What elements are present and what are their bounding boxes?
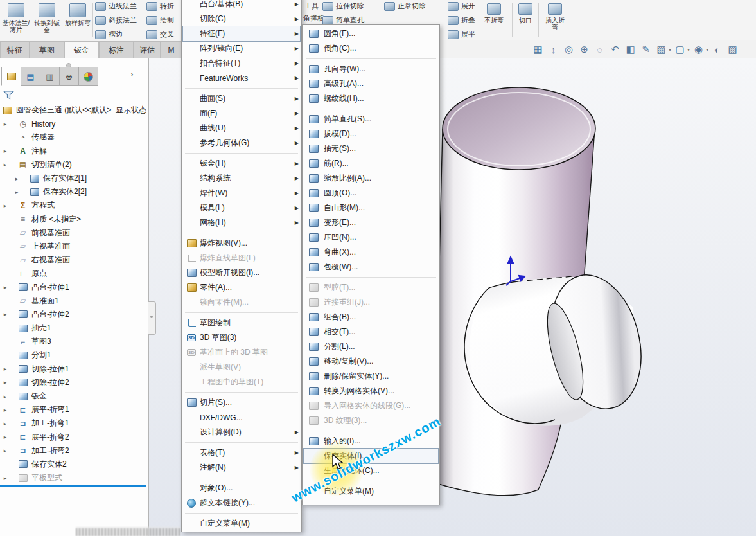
features-submenu-item-包覆(W)...[interactable]: 包覆(W)... (304, 260, 438, 274)
expand-arrow-icon[interactable]: ▸ (1, 311, 9, 317)
annotation-icon[interactable]: ✎ (638, 42, 653, 57)
features-submenu-item-简单直孔(S)...[interactable]: 简单直孔(S)... (304, 112, 438, 127)
insert-menu-item-参考几何体(G)[interactable]: 参考几何体(G)▶ (183, 136, 300, 150)
tree-item-保存实体2[interactable]: 保存实体2 (0, 458, 148, 471)
previous-view-icon[interactable]: ↶ (608, 42, 622, 57)
insert-menu-item-钣金(H)[interactable]: 钣金(H)▶ (183, 156, 300, 171)
tab-草图[interactable]: 草图 (30, 41, 64, 58)
panel-collapse-handle[interactable] (148, 301, 156, 335)
ribbon-button-绘制[interactable]: 绘制 (146, 15, 180, 25)
extruded-cut-button[interactable]: 拉伸切除 (322, 1, 364, 11)
tree-item-切割清单(2)[interactable]: ▸▤切割清单(2) (0, 158, 148, 172)
ribbon-button-斜接法兰[interactable]: 斜接法兰 (95, 15, 137, 25)
tree-item-切除-拉伸2[interactable]: ▸切除-拉伸2 (0, 376, 148, 389)
ribbon-button-转折[interactable]: 转折 (146, 1, 180, 11)
insert-menu-item-结构系统[interactable]: 结构系统▶ (183, 171, 300, 186)
insert-menu-item-爆炸视图(V)...[interactable]: 爆炸视图(V)... (183, 236, 300, 251)
insert-menu-item-切除(C)[interactable]: 切除(C)▶ (183, 12, 300, 26)
expand-arrow-icon[interactable]: ▸ (1, 407, 9, 413)
tab-特征[interactable]: 特征 (0, 41, 30, 58)
expand-arrow-icon[interactable]: ▸ (1, 379, 9, 386)
expand-arrow-icon[interactable]: ▸ (1, 434, 9, 440)
panel-tabs-overflow[interactable]: › (130, 69, 134, 79)
tab-评估[interactable]: 评估 (134, 41, 161, 58)
insert-menu-item-超文本链接(Y)...[interactable]: 超文本链接(Y)... (183, 496, 300, 510)
tree-item-方程式[interactable]: ▸Σ方程式 (0, 199, 148, 212)
tree-item-凸台-拉伸2[interactable]: ▸凸台-拉伸2 (0, 308, 148, 321)
features-submenu-item-螺纹线(H)...[interactable]: 螺纹线(H)... (304, 91, 438, 106)
measure-icon[interactable]: ◎ (561, 42, 576, 57)
features-submenu-item-变形(E)...[interactable]: 变形(E)... (304, 215, 438, 230)
panel-tab-part[interactable] (1, 67, 21, 86)
tree-item-凸台-拉伸1[interactable]: ▸凸台-拉伸1 (0, 280, 148, 294)
dropdown-caret-icon[interactable]: ▾ (669, 47, 671, 53)
features-submenu-item-圆顶(O)...[interactable]: 圆顶(O)... (304, 186, 438, 201)
tree-item-抽壳1[interactable]: 抽壳1 (0, 321, 148, 335)
tree-item-加工-折弯1[interactable]: ▸⊐加工-折弯1 (0, 416, 148, 430)
ribbon-button-边线法兰[interactable]: 边线法兰 (95, 1, 137, 11)
base-flange-button[interactable]: 基体法兰/薄片 (1, 1, 31, 39)
simple-hole-button[interactable]: 简单直孔 (322, 15, 364, 25)
features-submenu-item-删除/保留实体(Y)...[interactable]: 删除/保留实体(Y)... (304, 369, 438, 384)
features-submenu-item-倒角(C)...[interactable]: 倒角(C)... (304, 41, 438, 56)
insert-menu-item-特征(F)[interactable]: 特征(F)▶ (183, 26, 300, 41)
features-submenu-item-弯曲(X)...[interactable]: 弯曲(X)... (304, 245, 438, 260)
tree-item-展平-折弯2[interactable]: ▸⊏展平-折弯2 (0, 431, 148, 444)
expand-arrow-icon[interactable]: ▸ (1, 420, 9, 427)
insert-menu-item-草图绘制[interactable]: 草图绘制 (183, 316, 300, 330)
tab-M[interactable]: M (161, 41, 182, 58)
insert-menu-item-扣合特征(T)[interactable]: 扣合特征(T)▶ (183, 56, 300, 71)
insert-menu-item-设计算例(D)[interactable]: 设计算例(D)▶ (183, 425, 300, 440)
features-submenu-item-缩放比例(A)...[interactable]: 缩放比例(A)... (304, 171, 438, 186)
panel-tab-display-manager[interactable] (78, 67, 98, 86)
insert-menu-item-网格(H)[interactable]: 网格(H)▶ (183, 215, 300, 230)
insert-menu-item-3D 草图(3)[interactable]: 3D3D 草图(3) (183, 330, 300, 345)
tree-item-切除-拉伸1[interactable]: ▸切除-拉伸1 (0, 362, 148, 376)
insert-menu-item-阵列/镜向(E)[interactable]: 阵列/镜向(E)▶ (183, 41, 300, 56)
filter-icon[interactable] (3, 91, 14, 102)
insert-menu-item-对象(O)...[interactable]: 对象(O)... (183, 481, 300, 496)
insert-menu-item-注解(N)[interactable]: 注解(N)▶ (183, 460, 300, 475)
features-submenu-item-高级孔(A)...[interactable]: 高级孔(A)... (304, 76, 438, 91)
ribbon-button-交叉[interactable]: 交叉 (146, 30, 180, 39)
features-submenu-item-圆角(F)...[interactable]: 圆角(F)... (304, 26, 438, 41)
expand-arrow-icon[interactable]: ▸ (1, 475, 9, 481)
dropdown-caret-icon[interactable]: ▾ (687, 47, 690, 53)
ribbon-button-褶边[interactable]: 褶边 (95, 30, 123, 39)
tree-item-注解[interactable]: ▸A注解 (0, 145, 148, 158)
insert-menu-item-FeatureWorks[interactable]: FeatureWorks▶ (183, 71, 300, 85)
features-submenu-item-相交(T)...[interactable]: 相交(T)... (304, 325, 438, 339)
insert-menu-item-切片(S)...[interactable]: 切片(S)... (183, 395, 300, 410)
tree-item-保存实体2[2][interactable]: ▸保存实体2[2] (0, 185, 148, 199)
features-submenu-item-压凹(N)...[interactable]: 压凹(N)... (304, 230, 438, 245)
expand-arrow-icon[interactable]: ▸ (1, 447, 9, 454)
tree-item-History[interactable]: ▸◷History (0, 117, 148, 130)
zoom-to-area-icon[interactable]: ◌ (592, 42, 607, 57)
view-orientation-icon[interactable]: ▧ (654, 42, 669, 57)
apply-scene-icon[interactable]: ▨ (725, 42, 740, 57)
features-submenu-item-分割(L)...[interactable]: 分割(L)... (304, 339, 438, 354)
hide-show-items-icon[interactable]: ◉ (691, 42, 706, 57)
expand-arrow-icon[interactable]: ▸ (1, 161, 9, 168)
dropdown-caret-icon[interactable]: ▾ (706, 47, 708, 53)
features-submenu-item-筋(R)...[interactable]: 筋(R)... (304, 156, 438, 171)
tree-item-传感器[interactable]: ◔传感器 (0, 130, 148, 144)
expand-arrow-icon[interactable]: ▸ (1, 393, 9, 400)
tree-item-右视基准面[interactable]: ▱右视基准面 (0, 253, 148, 267)
tree-item-加工-折弯2[interactable]: ▸⊐加工-折弯2 (0, 444, 148, 458)
tree-item-基准面1[interactable]: ▱基准面1 (0, 294, 148, 308)
no-bends-button[interactable]: 不折弯 (480, 1, 508, 39)
tree-item-展平-折弯1[interactable]: ▸⊏展平-折弯1 (0, 403, 148, 416)
tree-item-材质 <未指定>[interactable]: ≡材质 <未指定> (0, 213, 148, 226)
convert-to-sheet-metal-button[interactable]: 转换到钣金 (32, 1, 62, 39)
insert-menu-item-模型断开视图(I)...[interactable]: 模型断开视图(I)... (183, 265, 300, 280)
model-browser-icon[interactable]: ▦ (531, 42, 545, 57)
expand-arrow-icon[interactable]: ▸ (13, 189, 21, 195)
flatten-button[interactable]: 展平 (448, 30, 475, 39)
unfold-button[interactable]: 展开 (448, 1, 475, 11)
features-submenu-item-组合(B)...[interactable]: 组合(B)... (304, 310, 438, 325)
insert-menu-item-曲线(U)[interactable]: 曲线(U)▶ (183, 121, 300, 136)
tree-item-钣金[interactable]: ▸钣金 (0, 389, 148, 403)
tab-标注[interactable]: 标注 (99, 41, 134, 58)
tree-item-草图3[interactable]: ⌐草图3 (0, 335, 148, 348)
